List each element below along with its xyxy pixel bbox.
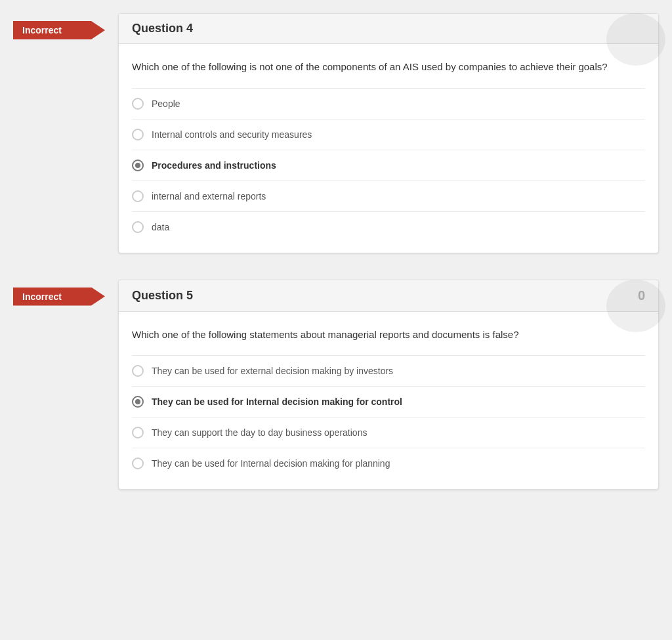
- question-text-2: Which one of the following statements ab…: [132, 328, 645, 343]
- question-title-2: Question 5: [132, 289, 193, 303]
- option-item-1-5[interactable]: data: [132, 211, 645, 242]
- radio-circle-1-5[interactable]: [132, 221, 144, 233]
- option-item-1-4[interactable]: internal and external reports: [132, 181, 645, 211]
- page-container: IncorrectQuestion 4Which one of the foll…: [0, 13, 672, 490]
- watermark-2: [606, 280, 665, 332]
- option-label-2-3: They can support the day to day business…: [152, 427, 367, 438]
- question-card-1: Question 4Which one of the following is …: [118, 13, 659, 253]
- option-item-2-4[interactable]: They can be used for Internal decision m…: [132, 448, 645, 479]
- radio-circle-2-4[interactable]: [132, 458, 144, 469]
- question-header-2: Question 50: [119, 280, 658, 312]
- question-title-1: Question 4: [132, 22, 193, 35]
- question-body-1: Which one of the following is not one of…: [119, 44, 658, 253]
- option-item-2-2[interactable]: They can be used for Internal decision m…: [132, 386, 645, 417]
- option-label-1-3: Procedures and instructions: [152, 160, 276, 171]
- question-block-1: IncorrectQuestion 4Which one of the foll…: [13, 13, 659, 253]
- option-label-2-1: They can be used for external decision m…: [152, 366, 393, 376]
- incorrect-badge-2: Incorrect: [13, 288, 105, 306]
- radio-circle-1-2[interactable]: [132, 129, 144, 140]
- question-text-1: Which one of the following is not one of…: [132, 60, 645, 75]
- option-label-1-4: internal and external reports: [152, 191, 266, 202]
- radio-circle-1-4[interactable]: [132, 190, 144, 202]
- incorrect-badge-1: Incorrect: [13, 21, 105, 39]
- radio-circle-1-1[interactable]: [132, 98, 144, 110]
- option-item-2-1[interactable]: They can be used for external decision m…: [132, 355, 645, 386]
- option-item-1-2[interactable]: Internal controls and security measures: [132, 119, 645, 150]
- option-label-1-2: Internal controls and security measures: [152, 129, 312, 140]
- radio-circle-2-1[interactable]: [132, 365, 144, 377]
- radio-circle-2-2[interactable]: [132, 396, 144, 408]
- option-label-2-4: They can be used for Internal decision m…: [152, 458, 390, 469]
- question-body-2: Which one of the following statements ab…: [119, 312, 658, 490]
- option-label-2-2: They can be used for Internal decision m…: [152, 396, 402, 407]
- options-list-2: They can be used for external decision m…: [132, 355, 645, 479]
- question-block-2: IncorrectQuestion 50Which one of the fol…: [13, 280, 659, 490]
- radio-circle-2-3[interactable]: [132, 427, 144, 438]
- options-list-1: PeopleInternal controls and security mea…: [132, 88, 645, 242]
- radio-circle-1-3[interactable]: [132, 160, 144, 171]
- option-label-1-5: data: [152, 222, 169, 232]
- option-item-2-3[interactable]: They can support the day to day business…: [132, 417, 645, 448]
- option-item-1-1[interactable]: People: [132, 88, 645, 119]
- option-label-1-1: People: [152, 98, 180, 109]
- option-item-1-3[interactable]: Procedures and instructions: [132, 150, 645, 181]
- question-header-1: Question 4: [119, 14, 658, 44]
- watermark-1: [606, 13, 665, 66]
- question-card-2: Question 50Which one of the following st…: [118, 280, 659, 490]
